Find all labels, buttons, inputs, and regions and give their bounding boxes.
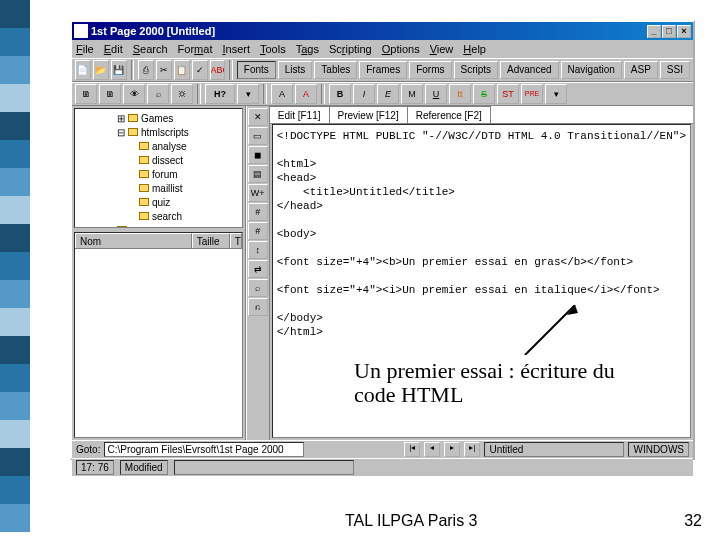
tb2-4[interactable]: ⌕ xyxy=(147,84,169,104)
menu-tools[interactable]: Tools xyxy=(260,43,286,55)
tab-advanced[interactable]: Advanced xyxy=(500,61,558,79)
strong-button[interactable]: ST xyxy=(497,84,519,104)
minimize-button[interactable]: _ xyxy=(647,25,661,38)
tab-ssi[interactable]: SSI xyxy=(660,61,690,79)
new-file-button[interactable]: 📄 xyxy=(75,60,91,80)
em-button[interactable]: E xyxy=(377,84,399,104)
tt-button[interactable]: tt xyxy=(449,84,471,104)
m-button[interactable]: M xyxy=(401,84,423,104)
menu-help[interactable]: Help xyxy=(463,43,486,55)
pathbar: Goto: C:\Program Files\Evrsoft\1st Page … xyxy=(72,440,693,458)
left-panel: ⊞Games ⊟htmlscripts analyse dissect foru… xyxy=(72,106,246,440)
col-nom[interactable]: Nom xyxy=(75,233,192,248)
menu-tags[interactable]: Tags xyxy=(296,43,319,55)
menu-insert[interactable]: Insert xyxy=(222,43,250,55)
vtool-1[interactable]: ✕ xyxy=(248,108,268,126)
tb2-1[interactable]: 🗎 xyxy=(75,84,97,104)
close-button[interactable]: × xyxy=(677,25,691,38)
vtool-7[interactable]: # xyxy=(248,222,268,240)
modified-indicator: Modified xyxy=(120,460,168,475)
tab-tables[interactable]: Tables xyxy=(314,61,357,79)
folder-tree[interactable]: ⊞Games ⊟htmlscripts analyse dissect foru… xyxy=(74,108,243,228)
tb2-2[interactable]: 🗎 xyxy=(99,84,121,104)
cursor-position: 17: 76 xyxy=(76,460,114,475)
tab-navigation[interactable]: Navigation xyxy=(561,61,622,79)
toolbar-btn-6[interactable]: 📋 xyxy=(174,60,190,80)
statusbar: 17: 76 Modified xyxy=(72,458,693,476)
tab-scripts[interactable]: Scripts xyxy=(454,61,499,79)
save-file-button[interactable]: 💾 xyxy=(111,60,127,80)
menu-view[interactable]: View xyxy=(430,43,454,55)
toolbar-primary: 📄 📂 💾 ⎙ ✂ 📋 ✓ ABC Fonts Lists Tables Fra… xyxy=(72,58,693,82)
path-input[interactable]: C:\Program Files\Evrsoft\1st Page 2000 xyxy=(104,442,304,457)
titlebar: 1st Page 2000 [Untitled] _ □ × xyxy=(72,22,693,40)
vtool-8[interactable]: ↕ xyxy=(248,241,268,259)
menu-search[interactable]: Search xyxy=(133,43,168,55)
strike-button[interactable]: S xyxy=(473,84,495,104)
bold-button[interactable]: B xyxy=(329,84,351,104)
tab-preview[interactable]: Preview [F12] xyxy=(330,106,408,123)
current-doc: Untitled xyxy=(484,442,624,457)
menu-scripting[interactable]: Scripting xyxy=(329,43,372,55)
tb2-3[interactable]: 👁 xyxy=(123,84,145,104)
file-list[interactable]: Nom Taille T xyxy=(74,232,243,438)
tab-fonts[interactable]: Fonts xyxy=(237,61,276,79)
tab-lists[interactable]: Lists xyxy=(278,61,313,79)
toolbar-btn-4[interactable]: ⎙ xyxy=(138,60,154,80)
tab-edit[interactable]: Edit [F11] xyxy=(270,106,330,123)
menu-edit[interactable]: Edit xyxy=(104,43,123,55)
vtool-2[interactable]: ▭ xyxy=(248,127,268,145)
font-size-button[interactable]: A xyxy=(271,84,293,104)
col-type[interactable]: T xyxy=(230,233,242,248)
slide-annotation: Un premier essai : écriture du code HTML xyxy=(350,355,630,411)
maximize-button[interactable]: □ xyxy=(662,25,676,38)
status-spacer xyxy=(174,460,354,475)
window-title: 1st Page 2000 [Untitled] xyxy=(91,25,215,37)
tab-forms[interactable]: Forms xyxy=(409,61,451,79)
menu-file[interactable]: File xyxy=(76,43,94,55)
editor-tabs: Edit [F11] Preview [F12] Reference [F2] xyxy=(270,106,693,124)
tab-asp[interactable]: ASP xyxy=(624,61,658,79)
encoding: WINDOWS xyxy=(628,442,689,457)
toolbar-secondary: 🗎 🗎 👁 ⌕ ⛭ H? ▾ A A B I E M U tt S ST PRE… xyxy=(72,82,693,106)
font-color-button[interactable]: A xyxy=(295,84,317,104)
doc-first-button[interactable]: |◂ xyxy=(404,442,420,457)
italic-button[interactable]: I xyxy=(353,84,375,104)
doc-next-button[interactable]: ▸ xyxy=(444,442,460,457)
slide-page-number: 32 xyxy=(684,512,702,530)
slide-footer: TAL ILPGA Paris 3 xyxy=(345,512,478,530)
doc-last-button[interactable]: ▸| xyxy=(464,442,480,457)
vertical-toolbar: ✕ ▭ ◼ ▤ W+ # # ↕ ⇄ ⌕ ⎌ xyxy=(246,106,270,440)
toolbar-btn-8[interactable]: ABC xyxy=(210,60,226,80)
vtool-3[interactable]: ◼ xyxy=(248,146,268,164)
vtool-4[interactable]: ▤ xyxy=(248,165,268,183)
open-file-button[interactable]: 📂 xyxy=(93,60,109,80)
doc-prev-button[interactable]: ◂ xyxy=(424,442,440,457)
slide-decoration-stripes xyxy=(0,0,30,540)
tab-frames[interactable]: Frames xyxy=(359,61,407,79)
extra-button[interactable]: ▾ xyxy=(545,84,567,104)
vtool-6[interactable]: # xyxy=(248,203,268,221)
app-icon xyxy=(74,24,88,38)
tb2-5[interactable]: ⛭ xyxy=(171,84,193,104)
tab-reference[interactable]: Reference [F2] xyxy=(408,106,491,123)
toolbar-btn-5[interactable]: ✂ xyxy=(156,60,172,80)
underline-button[interactable]: U xyxy=(425,84,447,104)
menubar: File Edit Search Format Insert Tools Tag… xyxy=(72,40,693,58)
vtool-10[interactable]: ⌕ xyxy=(248,279,268,297)
menu-format[interactable]: Format xyxy=(178,43,213,55)
toolbar-btn-7[interactable]: ✓ xyxy=(192,60,208,80)
tb2-dd[interactable]: ▾ xyxy=(237,84,259,104)
heading-button[interactable]: H? xyxy=(205,84,235,104)
goto-label: Goto: xyxy=(76,444,100,455)
vtool-11[interactable]: ⎌ xyxy=(248,298,268,316)
vtool-9[interactable]: ⇄ xyxy=(248,260,268,278)
vtool-5[interactable]: W+ xyxy=(248,184,268,202)
col-taille[interactable]: Taille xyxy=(192,233,230,248)
pre-button[interactable]: PRE xyxy=(521,84,543,104)
menu-options[interactable]: Options xyxy=(382,43,420,55)
